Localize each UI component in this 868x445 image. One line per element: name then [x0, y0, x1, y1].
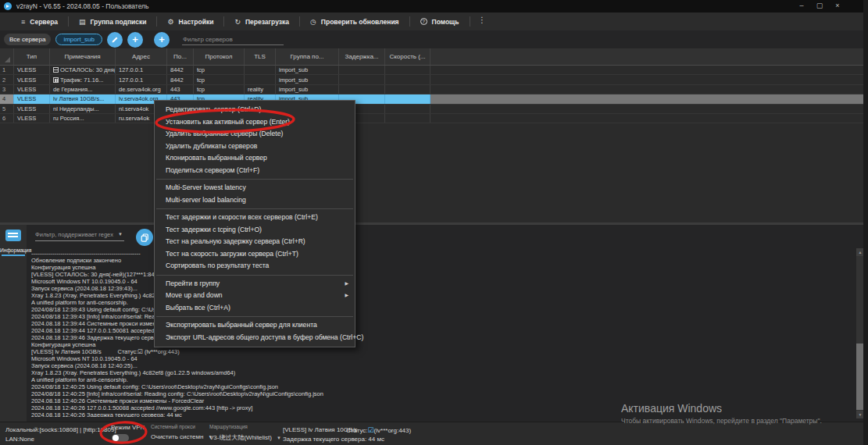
- statusbar: Локальный:[socks:10808] | [http:10809] L…: [0, 422, 868, 445]
- cell-type: VLESS: [14, 105, 50, 113]
- context-menu-item-delete-duplicates[interactable]: Удалить дубликаты серверов: [155, 141, 355, 153]
- server-row[interactable]: 6VLESSru Россия...ru.serva4ok: [0, 114, 863, 123]
- context-menu-item-multi-lowest-latency[interactable]: Multi-Server lowest latency: [155, 182, 355, 194]
- cell-proto: tcp: [194, 85, 245, 94]
- context-menu-item-move-up-down[interactable]: Move up and down▶: [155, 290, 355, 302]
- menu-reload[interactable]: ↻Перезагрузка: [224, 12, 299, 30]
- system-proxy-dropdown[interactable]: Очистить системн▼: [151, 433, 213, 440]
- server-filter-input[interactable]: [182, 34, 284, 45]
- kebab-menu-icon[interactable]: ⋮: [478, 16, 486, 24]
- scrollbar-thumb[interactable]: [856, 344, 864, 410]
- row-filler: [430, 75, 863, 84]
- copy-log-button[interactable]: [136, 229, 153, 246]
- column-header[interactable]: По...: [167, 48, 194, 65]
- add-server-button[interactable]: +: [154, 32, 170, 48]
- column-header[interactable]: Группа по...: [276, 48, 339, 65]
- context-menu-item-test-tcping[interactable]: Тест задержки с tcping (Ctrl+O): [155, 224, 355, 237]
- log-scrollbar[interactable]: ▲ ▼: [856, 248, 864, 418]
- edit-subscription-button[interactable]: [107, 32, 123, 48]
- column-header[interactable]: Задержка...: [339, 48, 385, 65]
- menu-separator: [156, 275, 353, 276]
- cell-type: VLESS: [14, 66, 50, 74]
- cell-remark: de Германия...: [50, 85, 116, 94]
- add-subscription-button[interactable]: +: [127, 32, 143, 48]
- menu-settings[interactable]: ⚙Настройки: [157, 12, 223, 30]
- v2rayn-app-icon: [4, 2, 12, 10]
- menu-check-updates[interactable]: ◷Проверить обновления: [300, 12, 409, 30]
- minimize-button[interactable]: –: [796, 0, 807, 12]
- cell-group: import_sub: [276, 66, 339, 74]
- cell-num: 3: [0, 85, 14, 94]
- context-menu-item-export-urls[interactable]: Экспорт URL-адресов общего доступа в буф…: [155, 332, 355, 344]
- cell-speed: [385, 75, 430, 84]
- routing-dropdown[interactable]: V3-绕过大陆(Whitelist)▼: [209, 433, 281, 442]
- context-menu-item-test-speed[interactable]: Тест на скорость загрузки сервера (Ctrl+…: [155, 248, 355, 261]
- titlebar: v2rayN - V6.55 - 2024.08.05 - Пользовате…: [0, 0, 868, 12]
- context-menu-item-edit-server[interactable]: Редактировать сервер (Ctrl+D): [155, 104, 355, 116]
- server-row[interactable]: 3VLESSde Германия...de.serva4ok.org443tc…: [0, 85, 863, 94]
- column-header[interactable]: TLS: [245, 48, 276, 65]
- chevron-down-icon: ▼: [277, 436, 281, 440]
- scroll-down-icon[interactable]: ▼: [856, 411, 864, 418]
- cell-type: VLESS: [14, 114, 50, 123]
- log-line: [VLESS] lv Латвия 10GB/s Статус:☑ (lv***…: [31, 348, 852, 355]
- select-all-corner[interactable]: [0, 48, 14, 65]
- context-menu-item-test-real-delay[interactable]: Тест на реальную задержку сервера (Ctrl+…: [155, 236, 355, 248]
- cell-remark: nl Нидерланды...: [50, 105, 116, 113]
- context-menu-item-select-all[interactable]: Выбрать все (Ctrl+A): [155, 302, 355, 315]
- server-row[interactable]: 1VLESSОСТАЛОСЬ: 30 дня(-...127.0.0.18442…: [0, 66, 863, 75]
- scroll-up-icon[interactable]: ▲: [856, 248, 864, 256]
- close-button[interactable]: ×: [832, 0, 843, 12]
- gear-icon: ⚙: [167, 18, 173, 26]
- context-menu-item-sort-by-test[interactable]: Сортировать по результату теста: [155, 260, 355, 272]
- log-sidebar: Информация: [0, 225, 27, 422]
- context-menu-item-export-for-client[interactable]: Экспортировать выбранный сервер для клие…: [155, 319, 355, 332]
- all-servers-tab[interactable]: Все сервера: [4, 34, 51, 45]
- subscription-group-icon: ▤: [79, 18, 86, 26]
- column-header[interactable]: Примечания: [50, 48, 116, 65]
- message-icon: [5, 230, 21, 241]
- maximize-button[interactable]: ▢: [814, 0, 825, 12]
- context-menu-item-move-to-group[interactable]: Перейти в группу▶: [155, 278, 355, 290]
- cell-addr: de.serva4ok.org: [116, 85, 167, 94]
- column-header[interactable]: Адрес: [116, 48, 167, 65]
- subscription-group-tab[interactable]: import_sub: [55, 34, 102, 45]
- context-menu-item-multi-load-balancing[interactable]: Multi-server load balancing: [155, 194, 355, 207]
- server-row[interactable]: 5VLESSnl Нидерланды...nl.serva4ok: [0, 105, 863, 114]
- menu-help[interactable]: ?Помощь: [410, 12, 470, 30]
- context-menu-item-delete-selected[interactable]: Удалить выбранные серверы (Delete): [155, 128, 355, 141]
- menu-servers[interactable]: ≡Сервера: [11, 12, 68, 30]
- cell-group: import_sub: [276, 75, 339, 84]
- tab-information[interactable]: Информация: [0, 247, 27, 253]
- context-menu-item-set-active-server[interactable]: Установить как активный сервер (Enter): [155, 116, 355, 129]
- column-header[interactable]: Скорость (...: [385, 48, 430, 65]
- windows-activation-watermark: Активация Windows Чтобы активировать Win…: [621, 402, 822, 425]
- system-proxy-label: Системный прокси: [151, 424, 195, 429]
- menu-label: Сервера: [30, 18, 58, 26]
- lan-info: LAN:None: [5, 436, 34, 443]
- server-row[interactable]: 4VLESSlv Латвия 10GB/s...lv.serva4ok.org…: [0, 94, 863, 104]
- column-header[interactable]: Тип: [14, 48, 50, 65]
- cell-delay: [339, 85, 385, 94]
- menu-label: Проверить обновления: [321, 18, 399, 26]
- cell-speed: [385, 114, 430, 123]
- server-row[interactable]: 2VLESSТрафик: 71.16...127.0.0.18442tcpim…: [0, 75, 863, 84]
- context-menu-item-test-all[interactable]: Тест задержки и скорости всех серверов (…: [155, 212, 355, 224]
- column-header[interactable]: Протокол: [194, 48, 245, 65]
- cell-tls: reality: [245, 85, 276, 94]
- row-filler: [430, 114, 863, 123]
- help-icon: ?: [420, 18, 427, 25]
- menu-subscription-group[interactable]: ▤Группа подписки: [69, 12, 156, 30]
- context-menu-item-clone-server[interactable]: Клонировать выбранный сервер: [155, 152, 355, 165]
- row-filler: [430, 94, 863, 103]
- cell-num: 1: [0, 66, 14, 74]
- menu-label: Помощь: [432, 18, 459, 26]
- vpn-mode-toggle[interactable]: [112, 434, 129, 442]
- cell-proto: tcp: [194, 75, 245, 84]
- log-filter-dropdown[interactable]: Фильтр, поддерживает regex ▼: [35, 231, 124, 241]
- menubar-divider: [470, 16, 470, 27]
- cell-remark: lv Латвия 10GB/s...: [50, 94, 116, 103]
- context-menu-item-share-server[interactable]: Поделиться сервером (Ctrl+F): [155, 165, 355, 177]
- log-line: 2024/08/18 12:40:25 Using default config…: [31, 383, 852, 390]
- header-filler: [430, 48, 863, 65]
